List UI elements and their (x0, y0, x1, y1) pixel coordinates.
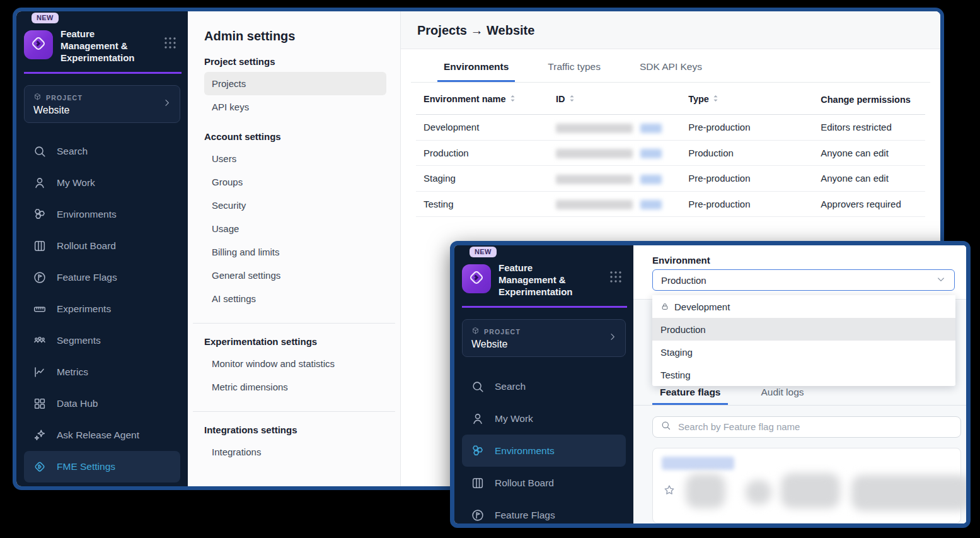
project-name: Website (471, 339, 616, 350)
sidebar-item-my-work[interactable]: My Work (24, 167, 180, 199)
environments-icon (471, 444, 485, 458)
main-app-sidebar: NEW Feature Management & Experimentation… (16, 11, 188, 486)
app-logo (462, 264, 491, 293)
sidebar-item-feature-flags[interactable]: Feature Flags (462, 499, 626, 523)
environments-popup-window: NEW Feature Management & Experimentation… (450, 241, 971, 528)
settings-item-monitor-window-and-statistics[interactable]: Monitor window and statistics (204, 352, 386, 375)
overlay-app-sidebar: NEW Feature Management & Experimentation… (454, 245, 633, 523)
project-label: PROJECT (33, 93, 171, 102)
flag-icon (471, 508, 485, 522)
settings-item-general-settings[interactable]: General settings (204, 264, 386, 287)
sidebar-item-ask-release-agent[interactable]: Ask Release Agent (24, 419, 180, 451)
sort-icon[interactable] (510, 94, 516, 105)
redacted-id (556, 124, 633, 133)
settings-item-security[interactable]: Security (204, 194, 386, 217)
board-icon (33, 239, 47, 253)
feature-flag-search[interactable] (652, 416, 961, 438)
settings-item-groups[interactable]: Groups (204, 170, 386, 194)
app-logo (24, 30, 53, 59)
sidebar-item-metrics[interactable]: Metrics (24, 356, 180, 388)
brand-header: NEW Feature Management & Experimentation (454, 245, 633, 298)
settings-item-usage[interactable]: Usage (204, 217, 386, 240)
app-switcher-grid-icon[interactable] (609, 271, 622, 286)
cell-type: Pre-production (681, 191, 813, 217)
cube-icon (33, 93, 42, 102)
sidebar-item-environments[interactable]: Environments (24, 199, 180, 230)
star-icon[interactable] (663, 484, 676, 496)
sidebar-item-rollout-board[interactable]: Rollout Board (24, 230, 180, 262)
cell-environment-name: Development (416, 115, 548, 141)
cell-environment-name: Staging (416, 166, 548, 192)
sidebar-item-search[interactable]: Search (24, 136, 180, 167)
column-header-id[interactable]: ID (548, 83, 681, 115)
cell-id (548, 140, 681, 166)
sidebar-item-fme-settings[interactable]: FME Settings (24, 451, 180, 482)
lock-icon (660, 302, 669, 311)
dropdown-option-development[interactable]: Development (652, 295, 955, 318)
environment-select-value: Production (661, 275, 706, 286)
settings-item-api-keys[interactable]: API keys (204, 95, 386, 119)
redacted-id (556, 200, 633, 209)
sort-icon[interactable] (569, 94, 575, 105)
dropdown-option-testing[interactable]: Testing (652, 363, 955, 386)
flag-icon (33, 271, 47, 284)
sidebar-item-data-hub[interactable]: Data Hub (24, 388, 180, 419)
sidebar-item-rollout-board[interactable]: Rollout Board (462, 467, 626, 499)
sparkles-icon (33, 428, 47, 442)
project-switcher[interactable]: PROJECT Website (24, 85, 180, 123)
settings-item-billing-and-limits[interactable]: Billing and limits (204, 240, 386, 264)
app-switcher-grid-icon[interactable] (164, 37, 176, 52)
column-header-environment-name[interactable]: Environment name (416, 83, 548, 115)
sidebar-item-segments[interactable]: Segments (24, 325, 180, 356)
environments-table-wrap: Environment nameIDTypeChange permissions… (401, 83, 940, 217)
redacted-copy-chip[interactable] (640, 175, 662, 184)
feature-flag-search-input[interactable] (677, 421, 953, 433)
settings-item-metric-dimensions[interactable]: Metric dimensions (204, 375, 386, 399)
brand-title: Feature Management & Experimentation (499, 262, 582, 298)
environment-select[interactable]: Production (652, 269, 955, 291)
cell-environment-name: Testing (416, 191, 548, 217)
redacted-copy-chip[interactable] (640, 124, 662, 133)
dropdown-option-staging[interactable]: Staging (652, 341, 955, 363)
table-row-testing: Testing Pre-production Approvers require… (416, 191, 925, 217)
redacted-flag-link (662, 457, 734, 470)
settings-section-project-settings: Project settings (204, 56, 386, 67)
cube-icon (471, 327, 480, 336)
section-divider (193, 323, 395, 324)
tab-traffic-types[interactable]: Traffic types (541, 49, 607, 82)
cell-id (548, 115, 681, 141)
settings-item-projects[interactable]: Projects (204, 72, 386, 95)
tab-sdk-api-keys[interactable]: SDK API Keys (633, 49, 708, 82)
redacted-id (556, 149, 633, 158)
cell-permissions: Approvers required (813, 191, 925, 217)
screenshot-stage: NEW Feature Management & Experimentation… (0, 0, 980, 538)
breadcrumb: Projects → Website (417, 23, 924, 38)
sidebar-item-experiments[interactable]: Experiments (24, 293, 180, 325)
admin-settings-nav: Admin settings Project settings Projects… (188, 11, 401, 486)
table-row-development: Development Pre-production Editors restr… (416, 115, 925, 141)
fme-logo-icon (33, 460, 47, 474)
redacted-copy-chip[interactable] (640, 200, 662, 209)
brand-accent-rule (462, 306, 627, 308)
sort-icon[interactable] (713, 94, 718, 105)
person-icon (33, 176, 47, 190)
settings-item-integrations[interactable]: Integrations (204, 440, 386, 464)
settings-item-users[interactable]: Users (204, 147, 386, 170)
sidebar-nav: Search My Work Environments Rollout Boar… (454, 370, 633, 523)
person-icon (471, 412, 485, 426)
sidebar-item-my-work[interactable]: My Work (462, 402, 626, 435)
redacted-copy-chip[interactable] (640, 149, 662, 158)
settings-item-ai-settings[interactable]: AI settings (204, 287, 386, 310)
project-switcher[interactable]: PROJECT Website (462, 319, 626, 357)
column-header-type[interactable]: Type (681, 83, 813, 115)
cell-permissions: Anyone can edit (813, 166, 925, 192)
sidebar-item-environments[interactable]: Environments (462, 435, 626, 467)
chevron-right-icon (608, 332, 618, 344)
feature-flag-card (652, 448, 961, 523)
dropdown-option-production[interactable]: Production (652, 318, 955, 341)
tab-environments[interactable]: Environments (437, 49, 515, 82)
datahub-icon (33, 397, 47, 411)
sidebar-item-search[interactable]: Search (462, 370, 626, 402)
sidebar-item-feature-flags[interactable]: Feature Flags (24, 262, 180, 293)
cell-type: Pre-production (681, 166, 813, 192)
